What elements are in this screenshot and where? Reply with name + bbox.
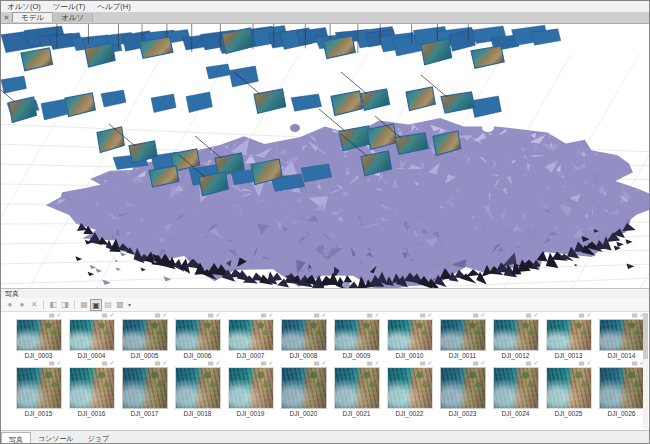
camera-badge-icon: ▤ bbox=[314, 312, 320, 318]
enable-camera-icon[interactable]: ● bbox=[4, 299, 16, 311]
photo-thumbnail[interactable]: ▤✓DJI_0016 bbox=[65, 360, 118, 418]
photo-thumbnail[interactable]: ▤✓DJI_0009 bbox=[330, 312, 383, 360]
photo-thumbnail[interactable]: ▤✓DJI_0014 bbox=[595, 312, 648, 360]
photo-image[interactable] bbox=[599, 367, 645, 409]
photo-label: DJI_0025 bbox=[542, 409, 595, 418]
thumbnail-badges: ▤✓ bbox=[175, 360, 221, 367]
photo-image[interactable] bbox=[69, 367, 115, 409]
photo-label: DJI_0019 bbox=[224, 409, 277, 418]
aligned-check-icon: ✓ bbox=[56, 312, 61, 318]
photo-thumbnail[interactable]: ▤✓DJI_0007 bbox=[224, 312, 277, 360]
photo-image[interactable] bbox=[122, 367, 168, 409]
photo-thumbnail[interactable]: ▤✓DJI_0011 bbox=[436, 312, 489, 360]
photo-thumbnail[interactable]: ▤✓DJI_0022 bbox=[383, 360, 436, 418]
camera-badge-icon: ▤ bbox=[155, 312, 161, 318]
toolbar-separator bbox=[43, 300, 44, 309]
rotate-right-icon[interactable]: ◨ bbox=[59, 299, 71, 311]
doc-tab-オルソ[interactable]: オルソ bbox=[53, 13, 93, 22]
camera-badge-icon: ▤ bbox=[526, 360, 532, 366]
thumbnails-scrollbar[interactable] bbox=[643, 313, 648, 429]
menu-item-1[interactable]: ツール(T) bbox=[47, 1, 91, 12]
thumbnail-badges: ▤✓ bbox=[599, 312, 645, 319]
photo-image[interactable] bbox=[599, 319, 645, 351]
photo-label: DJI_0004 bbox=[65, 351, 118, 360]
aligned-check-icon: ✓ bbox=[162, 360, 167, 366]
photo-image[interactable] bbox=[440, 367, 486, 409]
rotate-left-icon[interactable]: ◧ bbox=[47, 299, 59, 311]
photo-image[interactable] bbox=[16, 367, 62, 409]
menu-item-2[interactable]: ヘルプ(H) bbox=[91, 1, 136, 12]
aligned-check-icon: ✓ bbox=[533, 312, 538, 318]
photo-thumbnail[interactable]: ▤✓DJI_0024 bbox=[489, 360, 542, 418]
disable-camera-icon[interactable]: ● bbox=[16, 299, 28, 311]
photo-image[interactable] bbox=[493, 367, 539, 409]
aligned-check-icon: ✓ bbox=[374, 360, 379, 366]
details-view-icon[interactable]: ▣ bbox=[90, 299, 102, 311]
photo-image[interactable] bbox=[281, 319, 327, 351]
photo-image[interactable] bbox=[175, 319, 221, 351]
photo-thumbnail[interactable]: ▤✓DJI_0003 bbox=[12, 312, 65, 360]
photo-thumbnail[interactable]: ▤✓DJI_0021 bbox=[330, 360, 383, 418]
photo-image[interactable] bbox=[69, 319, 115, 351]
camera-badge-icon: ▤ bbox=[579, 312, 585, 318]
close-icon[interactable]: ✕ bbox=[1, 12, 12, 23]
camera-badge-icon: ▤ bbox=[49, 312, 55, 318]
dropdown-arrow-icon[interactable]: ▾ bbox=[126, 299, 133, 311]
remove-photos-icon[interactable]: ✕ bbox=[28, 299, 40, 311]
camera-badge-icon: ▤ bbox=[473, 360, 479, 366]
large-thumbnails-icon[interactable]: ▦ bbox=[78, 299, 90, 311]
aligned-check-icon: ✓ bbox=[109, 360, 114, 366]
menu-item-0[interactable]: オルソ(O) bbox=[1, 1, 47, 12]
status-tab-写真[interactable]: 写真 bbox=[1, 432, 31, 444]
photo-image[interactable] bbox=[16, 319, 62, 351]
thumbnail-badges: ▤✓ bbox=[440, 360, 486, 367]
photo-label: DJI_0024 bbox=[489, 409, 542, 418]
photo-thumbnail[interactable]: ▤✓DJI_0006 bbox=[171, 312, 224, 360]
photo-label: DJI_0023 bbox=[436, 409, 489, 418]
photo-image[interactable] bbox=[334, 367, 380, 409]
photo-thumbnail[interactable]: ▤✓DJI_0015 bbox=[12, 360, 65, 418]
view-mode-icon[interactable]: ▩ bbox=[114, 299, 126, 311]
photo-thumbnail[interactable]: ▤✓DJI_0013 bbox=[542, 312, 595, 360]
photo-image[interactable] bbox=[440, 319, 486, 351]
photo-thumbnail[interactable]: ▤✓DJI_0023 bbox=[436, 360, 489, 418]
photo-thumbnail[interactable]: ▤✓DJI_0010 bbox=[383, 312, 436, 360]
photo-thumbnail[interactable]: ▤✓DJI_0005 bbox=[118, 312, 171, 360]
thumbnail-badges: ▤✓ bbox=[546, 360, 592, 367]
thumbnail-badges: ▤✓ bbox=[69, 360, 115, 367]
photo-image[interactable] bbox=[546, 367, 592, 409]
thumbnail-badges: ▤✓ bbox=[228, 360, 274, 367]
list-view-icon[interactable]: ▤ bbox=[102, 299, 114, 311]
photo-image[interactable] bbox=[281, 367, 327, 409]
photo-image[interactable] bbox=[387, 367, 433, 409]
photo-thumbnail[interactable]: ▤✓DJI_0026 bbox=[595, 360, 648, 418]
photo-thumbnail[interactable]: ▤✓DJI_0012 bbox=[489, 312, 542, 360]
photo-image[interactable] bbox=[493, 319, 539, 351]
photo-thumbnail[interactable]: ▤✓DJI_0018 bbox=[171, 360, 224, 418]
camera-badge-icon: ▤ bbox=[473, 312, 479, 318]
photo-image[interactable] bbox=[546, 319, 592, 351]
model-viewport[interactable] bbox=[1, 24, 649, 288]
photo-thumbnail[interactable]: ▤✓DJI_0017 bbox=[118, 360, 171, 418]
status-tab-コンソール[interactable]: コンソール bbox=[31, 432, 81, 444]
photo-image[interactable] bbox=[387, 319, 433, 351]
camera-badge-icon: ▤ bbox=[367, 360, 373, 366]
photo-image[interactable] bbox=[175, 367, 221, 409]
photo-image[interactable] bbox=[228, 319, 274, 351]
status-tab-ジョブ[interactable]: ジョブ bbox=[81, 432, 117, 444]
photo-thumbnail[interactable]: ▤✓DJI_0025 bbox=[542, 360, 595, 418]
thumbnail-badges: ▤✓ bbox=[122, 312, 168, 319]
photo-image[interactable] bbox=[334, 319, 380, 351]
thumbnail-badges: ▤✓ bbox=[493, 360, 539, 367]
photo-label: DJI_0018 bbox=[171, 409, 224, 418]
photo-image[interactable] bbox=[122, 319, 168, 351]
camera-badge-icon: ▤ bbox=[261, 360, 267, 366]
photo-thumbnail[interactable]: ▤✓DJI_0020 bbox=[277, 360, 330, 418]
photo-thumbnail[interactable]: ▤✓DJI_0004 bbox=[65, 312, 118, 360]
aligned-check-icon: ✓ bbox=[321, 360, 326, 366]
photo-thumbnail[interactable]: ▤✓DJI_0019 bbox=[224, 360, 277, 418]
aligned-check-icon: ✓ bbox=[109, 312, 114, 318]
photo-thumbnail[interactable]: ▤✓DJI_0008 bbox=[277, 312, 330, 360]
doc-tab-モデル[interactable]: モデル bbox=[12, 12, 53, 22]
photo-image[interactable] bbox=[228, 367, 274, 409]
